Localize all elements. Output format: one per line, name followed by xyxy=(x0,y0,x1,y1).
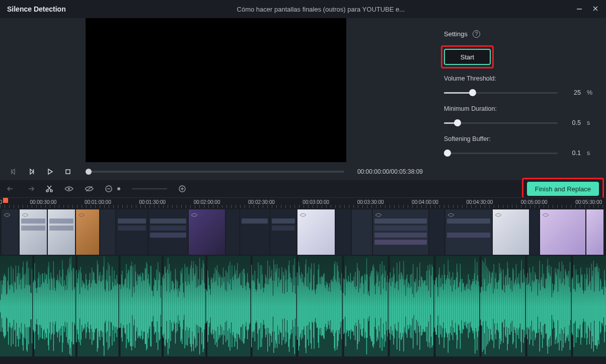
clip-segment[interactable] xyxy=(240,209,269,255)
svg-point-13 xyxy=(68,188,70,190)
clip-segment[interactable] xyxy=(100,209,115,255)
zoom-out-icon[interactable] xyxy=(105,185,113,193)
svg-point-17 xyxy=(117,187,120,190)
clip-segment[interactable] xyxy=(76,209,99,255)
softening-buffer-slider[interactable] xyxy=(444,153,558,154)
highlight-finish xyxy=(522,178,604,200)
ruler-tick-label: 00:02:00:00 xyxy=(194,199,220,205)
ruler-tick-label: 00:03:30:00 xyxy=(357,199,384,205)
svg-line-11 xyxy=(48,186,51,190)
clip-segment[interactable] xyxy=(20,209,47,255)
clip-segment[interactable] xyxy=(373,209,428,255)
minimum-duration-unit: s xyxy=(587,119,594,126)
undo-icon[interactable] xyxy=(7,185,15,192)
cut-icon[interactable] xyxy=(45,185,53,193)
svg-point-10 xyxy=(50,190,52,192)
minimize-icon[interactable] xyxy=(576,5,583,14)
clip-segment[interactable] xyxy=(493,209,529,255)
playback-controls: 00:00:00:00/00:05:38:09 xyxy=(0,163,432,180)
ruler-tick-label: 00:05:30:00 xyxy=(575,199,602,205)
softening-buffer-label: Softening Buffer: xyxy=(444,135,594,142)
file-name: Cómo hacer pantallas finales (outros) pa… xyxy=(66,6,576,13)
svg-point-9 xyxy=(46,190,48,192)
clip-segment[interactable] xyxy=(2,209,19,255)
clip-segment[interactable] xyxy=(352,209,372,255)
settings-label: Settings xyxy=(444,30,468,38)
ruler-tick-label: 00:05:00:00 xyxy=(521,199,548,205)
clip-segment[interactable] xyxy=(445,209,492,255)
ruler-tick-label: 00:01:00:00 xyxy=(85,199,111,205)
timeline-toolbar: Finish and Replace xyxy=(0,180,606,197)
svg-marker-5 xyxy=(30,169,33,174)
clip-segment[interactable] xyxy=(270,209,296,255)
clip-segment[interactable] xyxy=(148,209,188,255)
volume-threshold-value: 25 xyxy=(564,89,581,96)
volume-threshold-unit: % xyxy=(587,89,594,96)
minimum-duration-slider[interactable] xyxy=(444,122,558,124)
prev-frame-icon[interactable] xyxy=(9,167,18,176)
clip-segment[interactable] xyxy=(429,209,444,255)
zoom-slider-dot[interactable] xyxy=(117,187,121,191)
svg-marker-3 xyxy=(12,169,15,174)
timeline-ruler[interactable]: 0:0000:00:30:0000:01:00:0000:01:30:0000:… xyxy=(0,197,606,208)
stop-icon[interactable] xyxy=(63,167,72,176)
next-frame-icon[interactable] xyxy=(27,167,36,176)
clip-segment[interactable] xyxy=(336,209,351,255)
help-icon[interactable]: ? xyxy=(473,30,480,38)
clip-segment[interactable] xyxy=(226,209,239,255)
time-display: 00:00:00:00/00:05:38:09 xyxy=(357,168,423,175)
clip-segment[interactable] xyxy=(189,209,225,255)
titlebar: Silence Detection Cómo hacer pantallas f… xyxy=(0,0,606,18)
clip-segment[interactable] xyxy=(530,209,539,255)
eye-icon[interactable] xyxy=(64,186,73,192)
preview-area: 00:00:00:00/00:05:38:09 xyxy=(0,18,432,180)
ruler-tick-label: 00:04:00:00 xyxy=(412,199,438,205)
svg-rect-922 xyxy=(0,256,606,356)
clips-track[interactable] xyxy=(0,208,606,256)
clip-segment[interactable] xyxy=(586,209,603,255)
clip-segment[interactable] xyxy=(540,209,585,255)
ruler-tick-label: 00:04:30:00 xyxy=(466,199,493,205)
minimum-duration-value: 0.5 xyxy=(564,119,581,126)
ruler-tick-label: 00:03:00:00 xyxy=(302,199,329,205)
svg-rect-8 xyxy=(66,170,70,174)
clip-segment[interactable] xyxy=(297,209,335,255)
playhead-icon[interactable] xyxy=(3,198,8,203)
zoom-slider-track[interactable] xyxy=(132,188,167,189)
highlight-start xyxy=(441,45,494,68)
close-icon[interactable] xyxy=(592,5,599,14)
svg-marker-7 xyxy=(48,169,52,174)
audio-waveform-track[interactable] xyxy=(0,256,606,356)
minimum-duration-label: Minimum Duration: xyxy=(444,105,594,112)
clip-segment[interactable] xyxy=(116,209,147,255)
volume-threshold-label: Volume Threshold: xyxy=(444,75,594,82)
ruler-tick-label: 0:00 xyxy=(0,199,2,205)
clip-segment[interactable] xyxy=(48,209,75,255)
svg-line-12 xyxy=(47,186,51,190)
video-preview xyxy=(86,18,346,162)
ruler-tick-label: 00:00:30:00 xyxy=(30,199,57,205)
window-title: Silence Detection xyxy=(7,5,66,13)
zoom-in-icon[interactable] xyxy=(178,185,186,193)
eye-off-icon[interactable] xyxy=(85,185,94,192)
play-icon[interactable] xyxy=(45,167,54,176)
scrub-bar[interactable] xyxy=(86,171,344,173)
settings-panel: Settings ? Start Volume Threshold: 25 % … xyxy=(432,18,606,180)
redo-icon[interactable] xyxy=(26,185,34,192)
softening-buffer-unit: s xyxy=(587,150,594,157)
ruler-tick-label: 00:01:30:00 xyxy=(139,199,166,205)
softening-buffer-value: 0.1 xyxy=(564,150,581,157)
volume-threshold-slider[interactable] xyxy=(444,92,558,94)
ruler-tick-label: 00:02:30:00 xyxy=(248,199,275,205)
